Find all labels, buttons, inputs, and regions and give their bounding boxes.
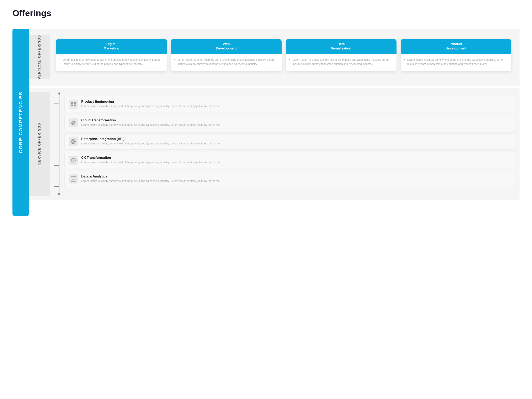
card-header-web-development: Web Development	[171, 39, 282, 54]
vertical-offerings-section: VERTICAL OFFERINGS Digital Marketing Lor…	[29, 29, 519, 86]
service-item-cx-transformation: CX Transformation Lorem Ipsum is simply …	[64, 152, 515, 168]
card-body-product-development: Lorem Ipsum is simply dummy text of the …	[401, 54, 511, 71]
cx-transformation-icon	[69, 156, 78, 165]
vertical-offerings-label-col: VERTICAL OFFERINGS	[29, 35, 50, 79]
card-web-development: Web Development Lorem Ipsum is simply du…	[171, 39, 282, 71]
card-body-digital-marketing: Lorem Ipsum is simply dummy text of the …	[56, 54, 167, 71]
section-divider	[29, 86, 519, 87]
svg-point-12	[73, 122, 74, 123]
cards-row: Digital Marketing Lorem Ipsum is simply …	[56, 39, 511, 71]
card-header-product-development: Product Development	[401, 39, 511, 54]
service-items-list: Product Engineering Lorem Ipsum is simpl…	[52, 96, 515, 187]
service-offerings-content: Product Engineering Lorem Ipsum is simpl…	[50, 92, 519, 196]
service-item-cloud-transformation: Cloud Transformation Lorem Ipsum is simp…	[64, 115, 515, 131]
enterprise-integration-icon	[69, 137, 78, 146]
card-body-data-visualization: Lorem Ipsum is simply dummy text of the …	[286, 54, 397, 71]
service-offerings-label: SERVICE OFFERINGS	[38, 123, 41, 165]
cloud-transformation-icon	[69, 118, 78, 127]
card-product-development: Product Development Lorem Ipsum is simpl…	[401, 39, 511, 71]
card-header-digital-marketing: Digital Marketing	[56, 39, 167, 54]
svg-rect-9	[74, 102, 76, 104]
service-item-data-analytics: </> Data & Analytics Lorem Ipsum is simp…	[64, 171, 515, 187]
card-text-data-visualization: Lorem Ipsum is simply dummy text of the …	[289, 58, 393, 66]
service-text-enterprise-integration: Enterprise Integration (API) Lorem Ipsum…	[81, 137, 511, 146]
service-desc-cloud-transformation: Lorem Ipsum is simply dummy text of the …	[81, 123, 511, 127]
service-offerings-section: SERVICE OFFERINGS	[29, 88, 519, 200]
service-title-enterprise-integration: Enterprise Integration (API)	[81, 137, 511, 141]
card-text-product-development: Lorem Ipsum is simply dummy text of the …	[404, 58, 508, 66]
card-digital-marketing: Digital Marketing Lorem Ipsum is simply …	[56, 39, 167, 71]
card-data-visualization: Data Visualization Lorem Ipsum is simply…	[286, 39, 397, 71]
service-desc-product-engineering: Lorem Ipsum is simply dummy text of the …	[81, 104, 511, 108]
page-title: Offerings	[13, 8, 519, 18]
core-competencies-bar: CORE COMPETENCIES	[13, 29, 29, 216]
card-text-digital-marketing: Lorem Ipsum is simply dummy text of the …	[59, 58, 164, 66]
service-offerings-label-col: SERVICE OFFERINGS	[29, 92, 50, 196]
vertical-offerings-content: Digital Marketing Lorem Ipsum is simply …	[50, 35, 515, 79]
service-item-product-engineering: Product Engineering Lorem Ipsum is simpl…	[64, 96, 515, 112]
service-title-product-engineering: Product Engineering	[81, 100, 511, 103]
core-competencies-label: CORE COMPETENCIES	[18, 91, 24, 153]
service-title-data-analytics: Data & Analytics	[81, 175, 511, 178]
card-header-data-visualization: Data Visualization	[286, 39, 397, 54]
main-layout: CORE COMPETENCIES VERTICAL OFFERINGS Dig…	[13, 29, 519, 216]
service-desc-cx-transformation: Lorem Ipsum is simply dummy text of the …	[81, 160, 511, 164]
card-text-web-development: Lorem Ipsum is simply dummy text of the …	[174, 58, 279, 66]
content-area: VERTICAL OFFERINGS Digital Marketing Lor…	[29, 29, 519, 216]
service-item-enterprise-integration: Enterprise Integration (API) Lorem Ipsum…	[64, 133, 515, 150]
product-engineering-icon	[69, 100, 78, 109]
service-text-cloud-transformation: Cloud Transformation Lorem Ipsum is simp…	[81, 119, 511, 127]
svg-text:</>: </>	[71, 178, 76, 181]
svg-point-2	[58, 193, 60, 195]
card-body-web-development: Lorem Ipsum is simply dummy text of the …	[171, 54, 282, 71]
service-title-cx-transformation: CX Transformation	[81, 156, 511, 160]
service-title-cloud-transformation: Cloud Transformation	[81, 119, 511, 122]
service-text-data-analytics: Data & Analytics Lorem Ipsum is simply d…	[81, 175, 511, 183]
vertical-offerings-label: VERTICAL OFFERINGS	[38, 35, 41, 79]
svg-rect-8	[71, 102, 73, 104]
service-text-cx-transformation: CX Transformation Lorem Ipsum is simply …	[81, 156, 511, 164]
svg-rect-10	[71, 105, 73, 106]
svg-point-15	[73, 141, 74, 142]
svg-rect-11	[74, 105, 76, 106]
service-desc-data-analytics: Lorem Ipsum is simply dummy text of the …	[81, 179, 511, 183]
service-text-product-engineering: Product Engineering Lorem Ipsum is simpl…	[81, 100, 511, 108]
data-analytics-icon: </>	[69, 174, 78, 184]
service-desc-enterprise-integration: Lorem Ipsum is simply dummy text of the …	[81, 142, 511, 146]
